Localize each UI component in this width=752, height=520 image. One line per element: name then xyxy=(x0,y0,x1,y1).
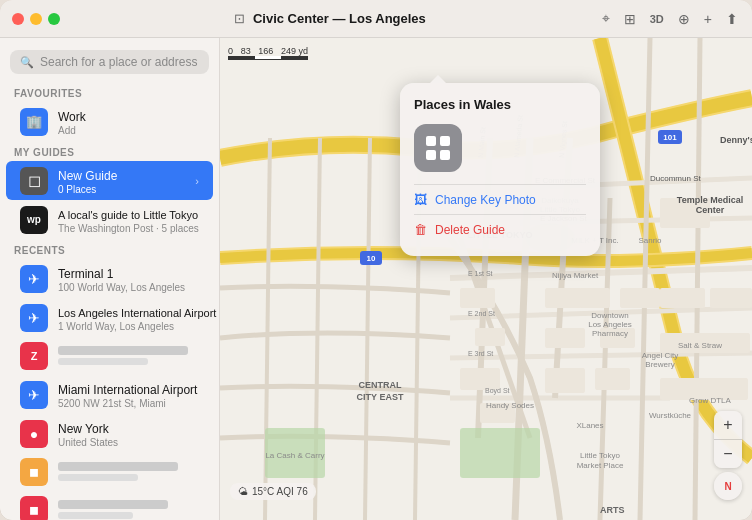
wapo-icon: wp xyxy=(20,206,48,234)
work-title: Work xyxy=(58,110,86,124)
title-center: ⊡ Civic Center — Los Angeles xyxy=(68,11,592,26)
close-button[interactable] xyxy=(12,13,24,25)
weather-widget: 🌤 15°C AQI 76 xyxy=(230,483,316,500)
svg-text:Denny's: Denny's xyxy=(720,135,752,145)
svg-text:Ducommun St: Ducommun St xyxy=(650,174,701,183)
terminal1-subtitle: 100 World Way, Los Angeles xyxy=(58,282,199,293)
svg-text:Market Place: Market Place xyxy=(577,461,624,470)
svg-text:Handy Sodes: Handy Sodes xyxy=(486,401,534,410)
search-placeholder: Search for a place or address xyxy=(40,55,197,69)
location-button[interactable]: ⌖ xyxy=(600,8,612,29)
new-guide-text: New Guide 0 Places xyxy=(58,166,185,195)
share-button[interactable]: ⬆ xyxy=(724,9,740,29)
svg-rect-5 xyxy=(460,288,495,308)
scale-seg-3 xyxy=(281,56,307,59)
add-button[interactable]: + xyxy=(702,9,714,29)
traffic-lights xyxy=(12,13,60,25)
svg-text:Brewery: Brewery xyxy=(645,360,674,369)
blurred2-subtitle xyxy=(58,512,133,519)
svg-text:Little Tokyo: Little Tokyo xyxy=(580,451,620,460)
window-title: Civic Center — Los Angeles xyxy=(253,11,426,26)
svg-text:Salt & Straw: Salt & Straw xyxy=(678,341,722,350)
grid-button[interactable]: ⊞ xyxy=(622,9,638,29)
new-york-icon: ● xyxy=(20,420,48,448)
delete-label: Delete Guide xyxy=(435,223,505,237)
svg-text:ARTS: ARTS xyxy=(600,505,625,515)
svg-text:Temple Medical: Temple Medical xyxy=(677,195,743,205)
svg-rect-22 xyxy=(460,428,540,478)
sidebar-item-work[interactable]: 🏢 Work Add xyxy=(6,102,213,141)
svg-rect-11 xyxy=(545,368,585,393)
svg-text:10: 10 xyxy=(367,254,376,263)
zoom-out-button[interactable]: − xyxy=(714,440,742,468)
svg-text:Boyd St: Boyd St xyxy=(485,387,510,395)
svg-text:Sanrio: Sanrio xyxy=(638,236,662,245)
svg-text:E 2nd St: E 2nd St xyxy=(468,310,495,317)
miami-title: Miami International Airport xyxy=(58,383,197,397)
intl-terminal-text xyxy=(58,346,199,367)
svg-text:La Cash & Carry: La Cash & Carry xyxy=(265,451,324,460)
blurred2-title xyxy=(58,500,168,509)
scale-seg-1 xyxy=(229,56,255,59)
map-bottom-left: 🌤 15°C AQI 76 xyxy=(230,483,316,500)
svg-text:101: 101 xyxy=(663,133,677,142)
svg-text:Nijiya Market: Nijiya Market xyxy=(552,271,599,280)
map-area[interactable]: 10 101 xyxy=(220,38,752,520)
scale-249: 249 yd xyxy=(281,46,308,56)
scale-line xyxy=(228,56,308,60)
title-map-icon: ⊡ xyxy=(234,11,245,26)
search-bar[interactable]: 🔍 Search for a place or address xyxy=(10,50,209,74)
svg-rect-9 xyxy=(545,288,585,308)
svg-text:Angel City: Angel City xyxy=(642,351,678,360)
change-photo-label: Change Key Photo xyxy=(435,193,536,207)
sidebar-item-little-tokyo[interactable]: wp A local's guide to Little Tokyo The W… xyxy=(6,200,213,239)
main-content: 🔍 Search for a place or address Favourit… xyxy=(0,38,752,520)
sidebar-item-terminal1[interactable]: ✈ Terminal 1 100 World Way, Los Angeles xyxy=(6,259,213,298)
chevron-right-icon: › xyxy=(195,175,199,187)
scale-166: 166 xyxy=(258,46,273,56)
change-photo-button[interactable]: 🖼 Change Key Photo xyxy=(414,187,586,212)
compass-rose[interactable]: N xyxy=(714,472,742,500)
miami-text: Miami International Airport 5200 NW 21st… xyxy=(58,380,199,409)
work-icon: 🏢 xyxy=(20,108,48,136)
intl-terminal-subtitle xyxy=(58,358,148,365)
svg-rect-15 xyxy=(620,288,660,308)
svg-rect-10 xyxy=(545,328,585,348)
little-tokyo-title: A local's guide to Little Tokyo xyxy=(58,209,198,221)
popup-divider xyxy=(414,184,586,185)
svg-rect-14 xyxy=(595,368,630,390)
popup-icon[interactable] xyxy=(414,124,462,172)
sidebar-item-intl-terminal[interactable]: Z xyxy=(6,337,213,375)
weather-text: 15°C AQI 76 xyxy=(252,486,308,497)
weather-icon: 🌤 xyxy=(238,486,248,497)
sidebar-item-lax[interactable]: ✈ Los Angeles International Airport 1 Wo… xyxy=(6,298,213,337)
maximize-button[interactable] xyxy=(48,13,60,25)
layers-button[interactable]: ⊕ xyxy=(676,9,692,29)
delete-guide-button[interactable]: 🗑 Delete Guide xyxy=(414,217,586,242)
sidebar-item-blurred-2[interactable]: ◼ xyxy=(6,491,213,520)
recents-label: Recents xyxy=(0,239,219,259)
scale-bar: 0 83 166 249 yd xyxy=(228,46,308,60)
terminal1-title: Terminal 1 xyxy=(58,267,113,281)
favourites-label: Favourites xyxy=(0,82,219,102)
svg-text:XLanes: XLanes xyxy=(576,421,603,430)
threed-button[interactable]: 3D xyxy=(648,11,666,27)
sidebar-item-miami[interactable]: ✈ Miami International Airport 5200 NW 21… xyxy=(6,375,213,414)
sidebar-item-new-york[interactable]: ● New York United States xyxy=(6,414,213,453)
zoom-in-button[interactable]: + xyxy=(714,411,742,439)
sidebar-item-new-guide[interactable]: ◻ New Guide 0 Places › xyxy=(6,161,213,200)
lax-title: Los Angeles International Airport xyxy=(58,307,216,319)
svg-text:Center: Center xyxy=(696,205,725,215)
minimize-button[interactable] xyxy=(30,13,42,25)
svg-text:Grow DTLA: Grow DTLA xyxy=(689,396,731,405)
image-icon: 🖼 xyxy=(414,192,427,207)
new-guide-subtitle: 0 Places xyxy=(58,184,185,195)
terminal1-text: Terminal 1 100 World Way, Los Angeles xyxy=(58,264,199,293)
blurred2-text xyxy=(58,500,199,521)
scale-83: 83 xyxy=(241,46,251,56)
sidebar-item-blurred-1[interactable]: ◼ xyxy=(6,453,213,491)
map-toolbar: 0 83 166 249 yd xyxy=(228,46,744,60)
search-icon: 🔍 xyxy=(20,56,34,69)
blurred1-icon: ◼ xyxy=(20,458,48,486)
miami-subtitle: 5200 NW 21st St, Miami xyxy=(58,398,199,409)
